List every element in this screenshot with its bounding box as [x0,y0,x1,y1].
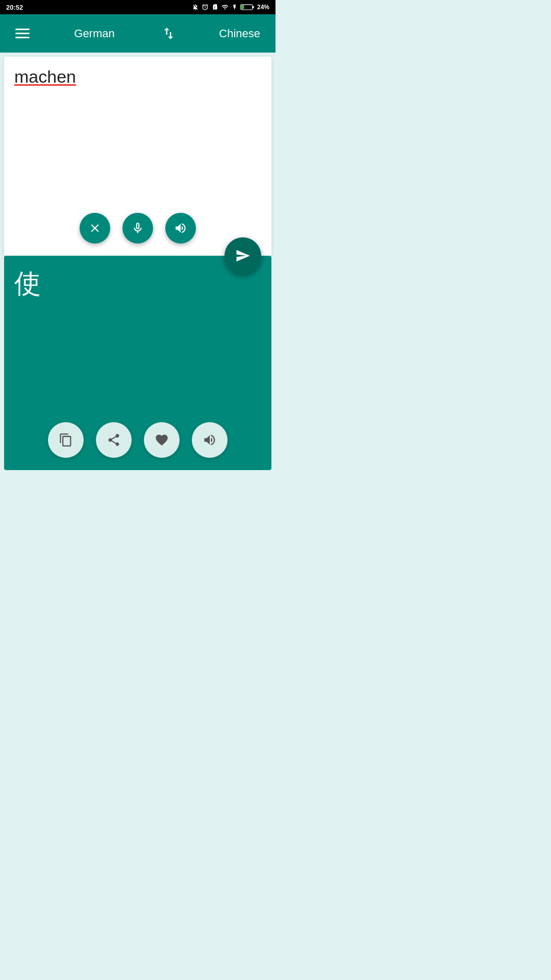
signal-icon [221,4,229,11]
charging-icon [232,4,238,11]
send-icon [235,248,251,263]
input-panel: machen [4,57,271,256]
source-text[interactable]: machen [14,67,261,87]
speak-input-button[interactable] [165,213,196,243]
swap-languages-button[interactable] [158,26,177,41]
header: German Chinese [0,14,276,53]
menu-button[interactable] [15,29,30,38]
battery-icon [240,4,255,11]
status-icons: 24% [192,4,269,11]
heart-icon [155,433,169,447]
notification-muted-icon [192,4,199,11]
volume-icon [174,222,187,235]
output-panel: 使 [4,256,271,470]
battery-percentage: 24% [257,4,269,11]
mic-icon [131,222,144,235]
alarm-icon [202,4,209,11]
source-language[interactable]: German [74,27,114,40]
translated-text: 使 [14,266,261,302]
copy-button[interactable] [48,422,84,458]
speak-output-button[interactable] [192,422,228,458]
copy-icon [59,433,73,447]
share-icon [107,433,121,447]
status-bar: 20:52 24% [0,0,276,14]
panels-wrapper: machen 使 [0,57,276,470]
sim-icon [211,4,218,11]
volume-output-icon [203,433,217,447]
clear-button[interactable] [80,213,110,243]
svg-rect-2 [253,6,254,8]
input-controls [14,213,261,251]
translate-button[interactable] [224,237,261,274]
close-icon [88,222,102,235]
share-button[interactable] [96,422,132,458]
svg-rect-1 [241,5,244,9]
favorite-button[interactable] [144,422,180,458]
mic-button[interactable] [122,213,153,243]
status-time: 20:52 [6,4,23,11]
output-controls [14,422,261,465]
target-language[interactable]: Chinese [219,27,260,40]
